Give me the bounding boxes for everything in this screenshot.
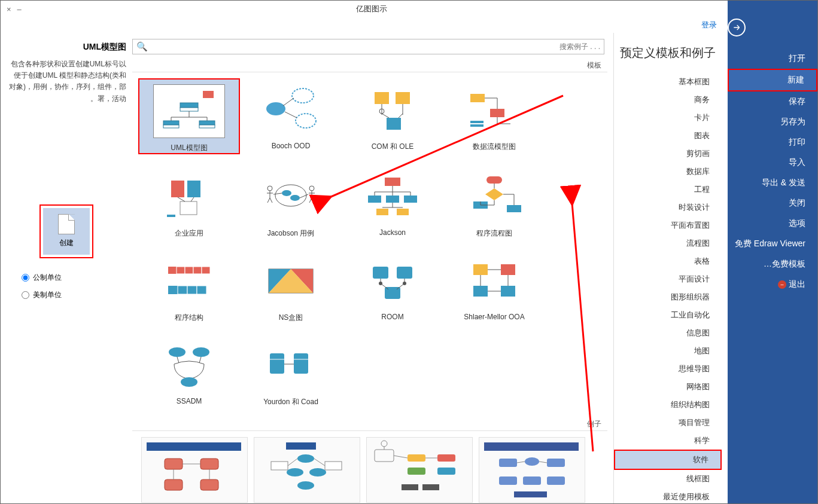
cat-floorplan[interactable]: 平面布置图 xyxy=(614,216,722,234)
cat-infographic[interactable]: 信息图 xyxy=(614,324,722,342)
cat-chart[interactable]: 图表 xyxy=(614,127,722,145)
template-ssadm[interactable]: SSADM xyxy=(138,334,240,407)
right-panel-title: UML模型图 xyxy=(7,42,126,53)
template-enterprise[interactable]: 企业应用 xyxy=(138,165,240,239)
rail-item-new[interactable]: 新建 xyxy=(728,69,817,91)
cat-wireframe[interactable]: 线框图 xyxy=(614,470,722,488)
unit-us-radio[interactable] xyxy=(22,291,29,299)
svg-point-11 xyxy=(292,88,314,103)
rail-item-save[interactable]: 保存 xyxy=(728,91,817,112)
rail-item-close[interactable]: 关闭 xyxy=(728,193,817,213)
cat-flowchart[interactable]: 流程图 xyxy=(614,234,722,252)
unit-metric-row[interactable]: 公制单位 xyxy=(22,273,111,283)
gallery-scroll[interactable]: 模板 xyxy=(132,59,613,503)
window-close[interactable]: × xyxy=(7,5,11,14)
svg-rect-10 xyxy=(199,125,215,128)
template-booch[interactable]: Booch OOD xyxy=(240,78,342,154)
template-shlaer[interactable]: Shlaer-Mellor OOA xyxy=(443,249,545,323)
template-progstruct[interactable]: 程序结构 xyxy=(138,249,240,323)
svg-point-127 xyxy=(297,454,314,463)
unit-us-row[interactable]: 美制单位 xyxy=(22,290,111,300)
template-com[interactable]: COM 和 OLE xyxy=(342,78,443,154)
cat-graphicorg[interactable]: 图形组织器 xyxy=(614,288,722,306)
svg-rect-136 xyxy=(408,454,425,462)
template-ns[interactable]: NS盒图 xyxy=(240,249,342,323)
cat-recent[interactable]: 最近使用模板 xyxy=(614,488,722,503)
cat-form[interactable]: 表格 xyxy=(614,252,722,270)
template-room[interactable]: ROOM xyxy=(342,249,443,323)
svg-line-51 xyxy=(273,193,282,194)
cat-network[interactable]: 网络图 xyxy=(614,378,722,396)
categories-heading: 预定义模板和例子 xyxy=(614,45,722,61)
cat-card[interactable]: 卡片 xyxy=(614,109,722,127)
svg-rect-120 xyxy=(200,479,218,490)
template-progflow[interactable]: 程序流程图 xyxy=(443,165,545,239)
rail-item-import[interactable]: 导入 xyxy=(728,152,817,173)
search-box[interactable]: 🔍 xyxy=(132,39,604,54)
cat-science[interactable]: 科学 xyxy=(614,432,722,450)
cat-database[interactable]: 数据库 xyxy=(614,163,722,181)
svg-rect-61 xyxy=(404,196,417,203)
rail-item-open[interactable]: 打开 xyxy=(728,48,817,69)
svg-rect-146 xyxy=(547,459,565,467)
example-3[interactable] xyxy=(366,437,473,503)
svg-point-107 xyxy=(193,347,209,357)
svg-line-109 xyxy=(177,357,179,363)
svg-rect-59 xyxy=(368,196,381,203)
template-yourdon[interactable]: Yourdon 和 Coad xyxy=(240,334,342,407)
cat-orgchart[interactable]: 组织结构图 xyxy=(614,396,722,414)
back-button[interactable] xyxy=(728,19,746,36)
example-4[interactable] xyxy=(479,437,585,503)
template-dataflow-caption: 数据流模型图 xyxy=(443,142,545,152)
svg-rect-151 xyxy=(514,491,547,497)
rail-item-exit[interactable]: 退出 − xyxy=(728,274,817,295)
cat-fashion[interactable]: 时装设计 xyxy=(614,198,722,216)
cat-clipart[interactable]: 剪切画 xyxy=(614,145,722,163)
template-room-thumb xyxy=(357,254,428,308)
svg-line-110 xyxy=(199,357,201,363)
cat-software[interactable]: 软件 xyxy=(614,450,722,470)
svg-rect-84 xyxy=(197,286,206,294)
rail-item-options[interactable]: 选项 xyxy=(728,213,817,234)
cat-map[interactable]: 地图 xyxy=(614,342,722,360)
template-uml[interactable]: UML模型图 xyxy=(138,78,240,154)
search-input[interactable] xyxy=(150,42,600,51)
unit-metric-radio[interactable] xyxy=(22,274,29,282)
right-panel-description: 包含各种形状和设置创建UML标号以便于创建UML 模型和静态结构(类和对象)，用… xyxy=(7,59,126,105)
svg-rect-37 xyxy=(167,215,175,217)
example-1[interactable] xyxy=(141,437,248,503)
cat-business[interactable]: 商务 xyxy=(614,91,722,109)
cat-mindmap[interactable]: 思维导图 xyxy=(614,360,722,378)
rail-item-free-templates[interactable]: 免费模板… xyxy=(728,254,817,274)
svg-rect-141 xyxy=(422,484,439,490)
window-minimize[interactable]: – xyxy=(17,5,22,14)
svg-marker-68 xyxy=(485,188,503,200)
cat-basic[interactable]: 基本框图 xyxy=(614,73,722,91)
create-button[interactable]: 创建 xyxy=(43,208,90,255)
svg-rect-76 xyxy=(168,267,177,274)
login-link[interactable]: 登录 xyxy=(1,17,728,33)
cat-graphicdesign[interactable]: 平面设计 xyxy=(614,270,722,288)
cat-industrial[interactable]: 工业自动化 xyxy=(614,306,722,324)
template-ns-thumb xyxy=(255,254,327,308)
cat-engineering[interactable]: 工程 xyxy=(614,181,722,198)
rail-item-saveas[interactable]: 另存为 xyxy=(728,112,817,132)
svg-rect-33 xyxy=(187,181,200,197)
rail-item-print[interactable]: 打印 xyxy=(728,132,817,152)
cat-project[interactable]: 项目管理 xyxy=(614,414,722,432)
template-jackson[interactable]: Jackson xyxy=(342,165,443,239)
svg-rect-116 xyxy=(147,442,241,451)
example-2[interactable] xyxy=(254,437,360,503)
svg-point-13 xyxy=(296,114,316,128)
unit-us-label: 美制单位 xyxy=(33,290,62,300)
template-yourdon-caption: Yourdon 和 Coad xyxy=(240,397,342,407)
svg-rect-21 xyxy=(387,118,401,130)
right-panel: UML模型图 包含各种形状和设置创建UML标号以便于创建UML 模型和静态结构(… xyxy=(1,33,132,503)
template-com-thumb xyxy=(357,83,428,137)
svg-line-22 xyxy=(382,114,389,118)
rail-item-viewer[interactable]: 免费 Edraw Viewer xyxy=(728,234,817,254)
template-jacobson[interactable]: Jacobson 用例 xyxy=(240,165,342,239)
rail-item-export[interactable]: 导出 & 发送 xyxy=(728,173,817,193)
svg-rect-111 xyxy=(270,353,284,374)
template-dataflow[interactable]: 数据流模型图 xyxy=(443,78,545,154)
